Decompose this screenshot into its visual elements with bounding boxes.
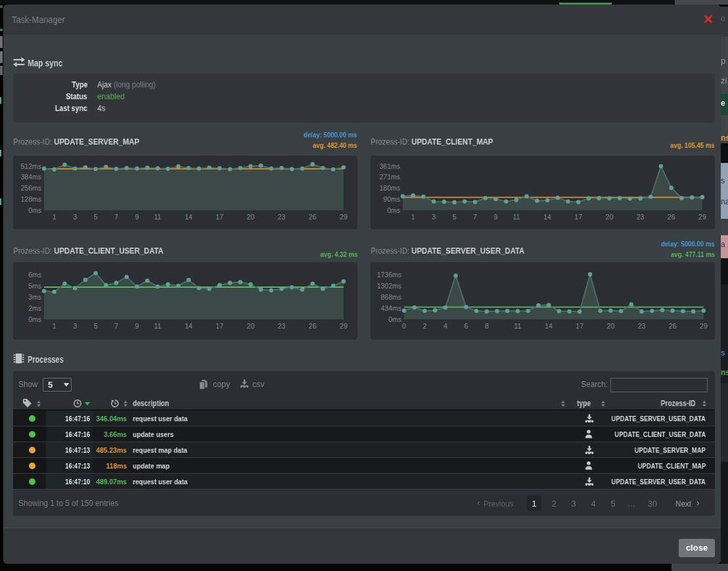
svg-text:14: 14 [543, 213, 551, 221]
svg-text:7: 7 [473, 213, 477, 221]
svg-text:6ms: 6ms [28, 271, 41, 279]
svg-text:0ms: 0ms [28, 315, 41, 323]
svg-text:11: 11 [512, 213, 520, 221]
svg-text:7: 7 [114, 322, 118, 330]
svg-text:2: 2 [422, 322, 426, 330]
svg-text:11: 11 [154, 322, 161, 330]
svg-text:1736ms: 1736ms [377, 271, 401, 279]
svg-text:20: 20 [606, 213, 614, 221]
svg-text:1: 1 [53, 213, 57, 221]
svg-text:256ms: 256ms [20, 184, 41, 192]
svg-text:5: 5 [94, 322, 98, 330]
svg-text:9: 9 [135, 322, 139, 330]
svg-text:5: 5 [453, 213, 457, 221]
svg-text:17: 17 [574, 213, 582, 221]
svg-text:5ms: 5ms [28, 282, 41, 290]
svg-text:180ms: 180ms [379, 184, 400, 192]
svg-text:23: 23 [278, 322, 286, 330]
svg-text:26: 26 [309, 322, 317, 330]
svg-text:3: 3 [73, 322, 77, 330]
svg-text:271ms: 271ms [379, 173, 400, 181]
svg-text:2ms: 2ms [28, 304, 41, 312]
svg-text:0ms: 0ms [28, 206, 41, 214]
svg-text:361ms: 361ms [379, 162, 400, 170]
svg-text:3: 3 [432, 213, 436, 221]
svg-text:1302ms: 1302ms [377, 282, 401, 290]
svg-text:0ms: 0ms [388, 315, 401, 323]
svg-text:9: 9 [135, 213, 139, 221]
svg-text:5: 5 [94, 213, 98, 221]
svg-text:29: 29 [700, 322, 708, 330]
svg-text:8: 8 [485, 322, 489, 330]
svg-text:14: 14 [185, 322, 193, 330]
svg-text:4: 4 [444, 322, 447, 330]
svg-text:6: 6 [464, 322, 468, 330]
svg-text:26: 26 [669, 322, 677, 330]
svg-text:17: 17 [216, 213, 223, 221]
svg-text:14: 14 [185, 213, 193, 221]
svg-text:434ms: 434ms [380, 304, 401, 312]
svg-text:29: 29 [340, 213, 348, 221]
svg-text:11: 11 [154, 213, 161, 221]
svg-text:384ms: 384ms [20, 173, 41, 181]
svg-text:26: 26 [309, 213, 317, 221]
svg-text:17: 17 [216, 322, 223, 330]
svg-text:0: 0 [402, 322, 406, 330]
svg-text:29: 29 [698, 213, 706, 221]
svg-text:7: 7 [114, 213, 118, 221]
svg-text:20: 20 [247, 213, 255, 221]
svg-text:20: 20 [247, 322, 255, 330]
svg-text:90ms: 90ms [383, 195, 400, 203]
svg-text:3ms: 3ms [28, 293, 41, 301]
svg-text:1: 1 [411, 213, 415, 221]
svg-text:23: 23 [278, 213, 286, 221]
svg-text:868ms: 868ms [380, 293, 401, 301]
svg-text:23: 23 [638, 322, 646, 330]
svg-text:512ms: 512ms [20, 162, 41, 170]
svg-text:14: 14 [545, 322, 553, 330]
svg-text:17: 17 [576, 322, 583, 330]
svg-text:11: 11 [514, 322, 521, 330]
svg-text:128ms: 128ms [20, 195, 41, 203]
svg-text:0ms: 0ms [387, 206, 400, 214]
svg-text:29: 29 [340, 322, 348, 330]
svg-text:1: 1 [53, 322, 57, 330]
svg-text:3: 3 [73, 213, 77, 221]
svg-text:20: 20 [607, 322, 615, 330]
svg-text:26: 26 [668, 213, 675, 221]
svg-text:9: 9 [494, 213, 498, 221]
svg-text:23: 23 [637, 213, 645, 221]
